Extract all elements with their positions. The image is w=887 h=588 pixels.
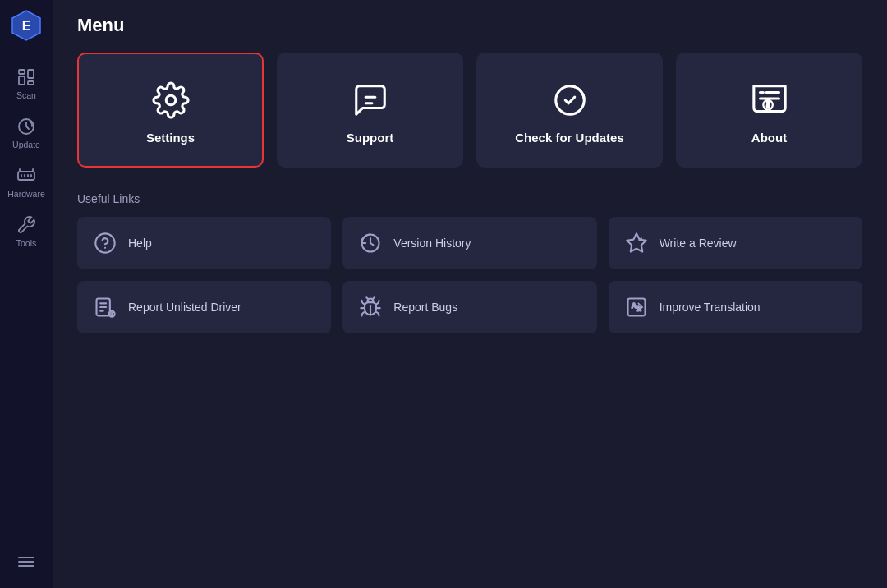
support-card-label: Support bbox=[347, 131, 394, 145]
links-grid: Help Version History Write a Review bbox=[77, 217, 862, 333]
tools-icon bbox=[16, 215, 36, 235]
support-icon bbox=[352, 81, 389, 119]
write-review-link[interactable]: Write a Review bbox=[609, 217, 862, 269]
help-icon bbox=[94, 232, 117, 255]
report-bugs-link-label: Report Bugs bbox=[393, 301, 457, 314]
sidebar: E Scan Update Hardware bbox=[0, 0, 53, 588]
svg-text:E: E bbox=[22, 19, 31, 33]
sidebar-hardware-label: Hardware bbox=[7, 189, 45, 199]
useful-links-title: Useful Links bbox=[77, 192, 862, 205]
svg-point-17 bbox=[166, 95, 176, 105]
check-updates-icon bbox=[551, 81, 589, 119]
about-icon: i bbox=[751, 81, 788, 119]
sidebar-update-label: Update bbox=[12, 140, 40, 149]
help-link-label: Help bbox=[128, 237, 152, 250]
sidebar-item-hardware[interactable]: Hardware bbox=[0, 158, 53, 207]
sidebar-menu-button[interactable] bbox=[0, 544, 53, 580]
svg-rect-2 bbox=[19, 70, 25, 74]
improve-translation-link-label: Improve Translation bbox=[660, 301, 761, 314]
app-logo[interactable]: E bbox=[9, 8, 44, 43]
report-bugs-link[interactable]: Report Bugs bbox=[342, 281, 596, 333]
sidebar-item-scan[interactable]: Scan bbox=[0, 59, 53, 108]
menu-icon bbox=[16, 552, 36, 572]
sidebar-scan-label: Scan bbox=[16, 90, 36, 100]
sidebar-tools-label: Tools bbox=[16, 238, 37, 248]
settings-card[interactable]: Settings bbox=[77, 53, 264, 168]
about-card[interactable]: i About bbox=[676, 53, 862, 168]
svg-rect-3 bbox=[19, 76, 25, 85]
useful-links-section: Useful Links Help Version His bbox=[77, 192, 862, 333]
check-updates-card-label: Check for Updates bbox=[515, 131, 624, 145]
page-title: Menu bbox=[77, 0, 862, 53]
top-cards-row: Settings Support Check for Updates bbox=[77, 53, 862, 168]
svg-rect-7 bbox=[18, 172, 34, 180]
svg-rect-5 bbox=[28, 81, 34, 85]
svg-rect-4 bbox=[28, 70, 34, 78]
version-history-link[interactable]: Version History bbox=[342, 217, 596, 269]
help-link[interactable]: Help bbox=[77, 217, 331, 269]
check-updates-card[interactable]: Check for Updates bbox=[476, 53, 663, 168]
svg-point-26 bbox=[95, 233, 114, 252]
report-unlisted-icon bbox=[94, 296, 117, 319]
write-review-icon bbox=[625, 232, 648, 255]
improve-translation-icon: A 文 bbox=[625, 296, 648, 319]
hardware-icon bbox=[16, 166, 36, 186]
support-card[interactable]: Support bbox=[277, 53, 463, 168]
settings-icon bbox=[152, 81, 190, 119]
about-card-label: About bbox=[751, 131, 787, 145]
update-icon bbox=[16, 117, 36, 136]
report-bugs-icon bbox=[359, 296, 382, 319]
scan-icon bbox=[16, 67, 36, 87]
svg-text:i: i bbox=[766, 96, 770, 108]
main-content: Menu Settings Support bbox=[53, 0, 887, 588]
write-review-link-label: Write a Review bbox=[660, 237, 737, 250]
settings-card-label: Settings bbox=[146, 131, 195, 145]
version-history-icon bbox=[359, 232, 382, 255]
report-unlisted-link[interactable]: Report Unlisted Driver bbox=[77, 281, 331, 333]
sidebar-item-tools[interactable]: Tools bbox=[0, 207, 53, 256]
sidebar-item-update[interactable]: Update bbox=[0, 108, 53, 158]
version-history-link-label: Version History bbox=[393, 237, 471, 250]
report-unlisted-link-label: Report Unlisted Driver bbox=[128, 301, 241, 314]
improve-translation-link[interactable]: A 文 Improve Translation bbox=[609, 281, 862, 333]
